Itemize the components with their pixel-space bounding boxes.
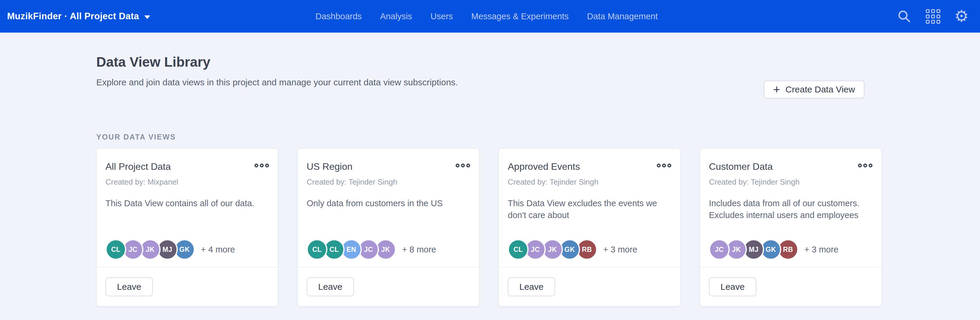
card-title: Customer Data <box>709 161 773 172</box>
more-options-icon[interactable] <box>657 164 671 167</box>
data-view-cards: All Project Data Created by: Mixpanel Th… <box>96 148 881 306</box>
card-description: Includes data from all of our customers.… <box>709 197 872 221</box>
more-members-label: + 8 more <box>402 245 436 255</box>
nav-item-data-management[interactable]: Data Management <box>587 11 658 21</box>
more-members-label: + 3 more <box>603 245 637 255</box>
nav-item-dashboards[interactable]: Dashboards <box>315 11 362 21</box>
card-footer: Leave <box>97 267 278 306</box>
create-data-view-label: Create Data View <box>785 84 855 94</box>
card-body: Approved Events Created by: Tejinder Sin… <box>499 149 680 267</box>
nav-item-messages-experiments[interactable]: Messages & Experiments <box>471 11 569 21</box>
plus-icon: + <box>773 84 780 95</box>
card-title: Approved Events <box>508 161 580 172</box>
chevron-down-icon <box>144 15 150 19</box>
card-footer: Leave <box>499 267 680 306</box>
search-icon[interactable] <box>897 9 912 24</box>
data-view-card: Customer Data Created by: Tejinder Singh… <box>700 148 881 306</box>
avatar: CL <box>307 239 327 260</box>
avatar-row: CL JC JK MJ GK + 4 more <box>105 239 235 260</box>
data-view-card: US Region Created by: Tejinder Singh Onl… <box>298 148 479 306</box>
avatar: JC <box>709 239 730 260</box>
more-options-icon[interactable] <box>858 164 872 167</box>
card-body: US Region Created by: Tejinder Singh Onl… <box>298 149 479 267</box>
nav-item-analysis[interactable]: Analysis <box>380 11 412 21</box>
leave-button[interactable]: Leave <box>105 277 153 296</box>
data-view-card: Approved Events Created by: Tejinder Sin… <box>499 148 681 306</box>
avatar: CL <box>508 239 528 260</box>
avatar-row: CL CL EN JC JK + 8 more <box>307 239 436 260</box>
card-body: All Project Data Created by: Mixpanel Th… <box>97 149 278 267</box>
project-switcher[interactable]: MuzikFinder · All Project Data <box>7 11 150 22</box>
card-description: This Data View excludes the events we do… <box>508 197 671 221</box>
project-switcher-label: MuzikFinder · All Project Data <box>7 11 139 22</box>
card-title: US Region <box>307 161 353 172</box>
avatar: CL <box>105 239 126 260</box>
card-body: Customer Data Created by: Tejinder Singh… <box>700 149 881 267</box>
card-footer: Leave <box>700 267 881 306</box>
apps-grid-icon[interactable] <box>926 9 940 24</box>
data-view-library-page: Data View Library Explore and join data … <box>96 33 881 306</box>
created-by-label: Created by: Tejinder Singh <box>709 177 872 187</box>
avatar-row: JC JK MJ GK RB + 3 more <box>709 239 838 260</box>
more-options-icon[interactable] <box>255 164 269 167</box>
avatar-row: CL JC JK GK RB + 3 more <box>508 239 637 260</box>
card-description: Only data from customers in the US <box>307 197 470 209</box>
page-title: Data View Library <box>96 33 881 70</box>
leave-button[interactable]: Leave <box>307 277 354 296</box>
created-by-label: Created by: Mixpanel <box>105 177 269 187</box>
more-members-label: + 3 more <box>804 245 838 255</box>
section-label-your-data-views: YOUR DATA VIEWS <box>96 133 881 141</box>
card-description: This Data View contains all of our data. <box>105 197 269 209</box>
leave-button[interactable]: Leave <box>508 277 555 296</box>
card-footer: Leave <box>298 267 479 306</box>
more-options-icon[interactable] <box>456 164 470 167</box>
nav-item-users[interactable]: Users <box>430 11 453 21</box>
card-title: All Project Data <box>105 161 171 172</box>
topbar-icons: ⚙ <box>897 8 969 24</box>
more-members-label: + 4 more <box>201 245 235 255</box>
main-nav: Dashboards Analysis Users Messages & Exp… <box>315 0 658 33</box>
top-nav-bar: MuzikFinder · All Project Data Dashboard… <box>0 0 980 33</box>
data-view-card: All Project Data Created by: Mixpanel Th… <box>96 148 278 306</box>
create-data-view-button[interactable]: + Create Data View <box>764 81 864 99</box>
created-by-label: Created by: Tejinder Singh <box>508 177 671 187</box>
leave-button[interactable]: Leave <box>709 277 756 296</box>
settings-gear-icon[interactable]: ⚙ <box>955 8 969 24</box>
created-by-label: Created by: Tejinder Singh <box>307 177 470 187</box>
